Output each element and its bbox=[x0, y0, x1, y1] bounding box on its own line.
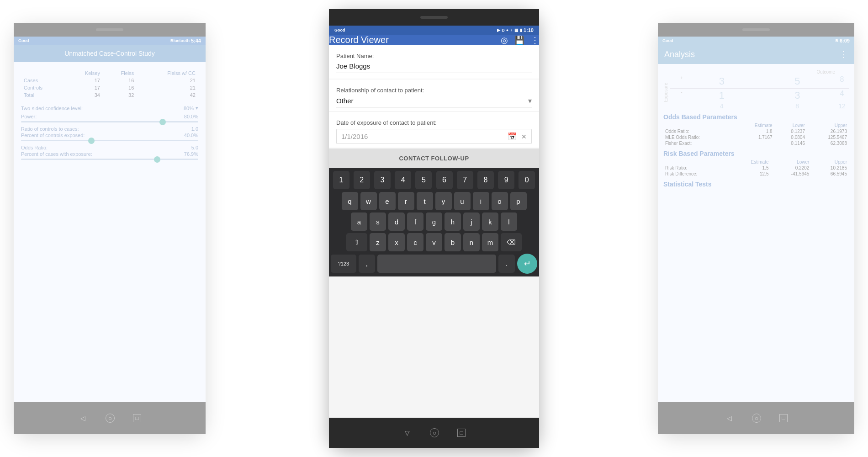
fisher-label: Fisher Exact: bbox=[663, 140, 735, 146]
kb-e[interactable]: e bbox=[379, 192, 396, 210]
odds-estimate-header: Estimate bbox=[735, 122, 774, 128]
kb-i[interactable]: i bbox=[473, 192, 489, 210]
right-status-left: Good bbox=[662, 38, 673, 43]
patient-name-value[interactable]: Joe Bloggs bbox=[336, 62, 532, 73]
enter-key[interactable]: ↵ bbox=[517, 254, 537, 274]
exposure-label: Exposure bbox=[663, 83, 668, 102]
kb-u[interactable]: u bbox=[454, 192, 471, 210]
center-signal-icon: ▩ bbox=[514, 28, 519, 32]
relationship-value: Other bbox=[336, 97, 528, 105]
center-status-app: Good bbox=[334, 28, 345, 32]
row-cases-label: Cases bbox=[21, 77, 65, 84]
kb-a[interactable]: a bbox=[351, 213, 367, 231]
kb-key-0[interactable]: 0 bbox=[519, 171, 535, 189]
kb-key-9[interactable]: 9 bbox=[498, 171, 514, 189]
percent-cases-slider[interactable] bbox=[21, 159, 198, 160]
right-back-button[interactable]: ◁ bbox=[725, 414, 734, 423]
kb-key-7[interactable]: 7 bbox=[457, 171, 473, 189]
kb-q[interactable]: q bbox=[342, 192, 358, 210]
risk-ratio-est: 1.5 bbox=[730, 165, 771, 171]
right-phone: Good B 6:09 Analysis ⋮ Outcome bbox=[658, 23, 854, 434]
recents-button[interactable]: □ bbox=[133, 414, 141, 422]
power-value: 80.0% bbox=[184, 114, 198, 119]
kb-w[interactable]: w bbox=[360, 192, 377, 210]
kb-g[interactable]: g bbox=[426, 213, 442, 231]
kb-key-4[interactable]: 4 bbox=[395, 171, 411, 189]
space-key[interactable] bbox=[377, 255, 496, 273]
kb-t[interactable]: t bbox=[417, 192, 433, 210]
ct-minus-header: - bbox=[670, 90, 684, 101]
kb-d[interactable]: d bbox=[388, 213, 405, 231]
comma-key[interactable]: , bbox=[359, 255, 375, 273]
kb-s[interactable]: s bbox=[370, 213, 386, 231]
kb-key-3[interactable]: 3 bbox=[374, 171, 391, 189]
contact-followup-button[interactable]: CONTACT FOLLOW-UP bbox=[329, 149, 539, 168]
confidence-label: Two-sided confidence level: bbox=[21, 106, 83, 111]
statistical-tests-title: Statistical Tests bbox=[663, 181, 849, 188]
kb-b[interactable]: b bbox=[445, 233, 461, 251]
kb-r[interactable]: r bbox=[398, 192, 414, 210]
kb-x[interactable]: x bbox=[388, 233, 405, 251]
percent-controls-thumb[interactable] bbox=[88, 138, 95, 144]
mle-est: 1.7167 bbox=[735, 134, 774, 140]
kb-v[interactable]: v bbox=[426, 233, 442, 251]
power-thumb[interactable] bbox=[159, 119, 166, 125]
right-recents-button[interactable]: □ bbox=[779, 414, 788, 422]
relationship-label: Relationship of contact to patient: bbox=[336, 87, 532, 94]
table-row: Controls 17 16 21 bbox=[21, 84, 198, 91]
delete-key[interactable]: ⌫ bbox=[501, 233, 522, 251]
percent-controls-slider[interactable] bbox=[21, 140, 198, 141]
kb-key-5[interactable]: 5 bbox=[415, 171, 432, 189]
shift-key[interactable]: ⇧ bbox=[346, 233, 367, 251]
kb-k[interactable]: k bbox=[482, 213, 498, 231]
kb-m[interactable]: m bbox=[482, 233, 498, 251]
left-status-bar: Good Bluetooth 5:44 bbox=[14, 37, 206, 45]
kb-key-2[interactable]: 2 bbox=[354, 171, 370, 189]
kb-n[interactable]: n bbox=[463, 233, 480, 251]
kb-key-6[interactable]: 6 bbox=[436, 171, 453, 189]
more-icon[interactable]: ⋮ bbox=[531, 35, 539, 45]
risk-diff-upper: 66.5945 bbox=[811, 171, 849, 177]
kb-o[interactable]: o bbox=[492, 192, 508, 210]
kb-h[interactable]: h bbox=[445, 213, 461, 231]
table-row: Risk Difference: 12.5 -41.5945 66.5945 bbox=[663, 171, 849, 177]
symbols-key[interactable]: ?123 bbox=[331, 255, 356, 273]
right-more-icon[interactable]: ⋮ bbox=[840, 49, 848, 59]
risk-ratio-label: Risk Ratio: bbox=[663, 165, 730, 171]
center-home-button[interactable]: ○ bbox=[430, 428, 439, 437]
relationship-select[interactable]: Other ▾ bbox=[336, 96, 532, 107]
left-status-right: Bluetooth 5:44 bbox=[170, 38, 201, 43]
table-row: Total 34 32 42 bbox=[21, 91, 198, 99]
kb-l[interactable]: l bbox=[501, 213, 517, 231]
right-status-app: Good bbox=[662, 38, 673, 43]
col-fleiss: Fleiss bbox=[103, 69, 137, 77]
right-home-button[interactable]: ○ bbox=[752, 414, 761, 423]
target-icon[interactable]: ◎ bbox=[501, 35, 508, 45]
kb-y[interactable]: y bbox=[435, 192, 452, 210]
left-time: 5:44 bbox=[191, 38, 201, 43]
confidence-value: 80% ▾ bbox=[184, 105, 198, 111]
center-back-button[interactable]: ▽ bbox=[402, 428, 412, 437]
kb-key-8[interactable]: 8 bbox=[477, 171, 494, 189]
power-slider[interactable] bbox=[21, 121, 198, 122]
right-time: 6:09 bbox=[840, 38, 850, 43]
kb-c[interactable]: c bbox=[407, 233, 423, 251]
center-recents-button[interactable]: □ bbox=[457, 429, 466, 437]
kb-row-asdf: a s d f g h j k l bbox=[331, 213, 537, 231]
home-button[interactable]: ○ bbox=[106, 414, 115, 423]
kb-j[interactable]: j bbox=[463, 213, 480, 231]
kb-z[interactable]: z bbox=[370, 233, 386, 251]
back-button[interactable]: ◁ bbox=[78, 414, 87, 423]
kb-p[interactable]: p bbox=[510, 192, 527, 210]
save-icon[interactable]: 💾 bbox=[514, 35, 524, 45]
chevron-down-icon[interactable]: ▾ bbox=[196, 105, 198, 111]
clear-date-icon[interactable]: ✕ bbox=[521, 133, 527, 140]
date-input-row[interactable]: 1/1/2016 📅 ✕ bbox=[336, 129, 532, 144]
percent-cases-thumb[interactable] bbox=[154, 156, 160, 163]
right-phone-notch bbox=[658, 23, 854, 37]
kb-f[interactable]: f bbox=[407, 213, 423, 231]
period-key[interactable]: . bbox=[498, 255, 515, 273]
kb-key-1[interactable]: 1 bbox=[333, 171, 349, 189]
risk-table: Estimate Lower Upper Risk Ratio: 1.5 0.2… bbox=[663, 159, 849, 177]
calendar-icon[interactable]: 📅 bbox=[508, 132, 517, 141]
